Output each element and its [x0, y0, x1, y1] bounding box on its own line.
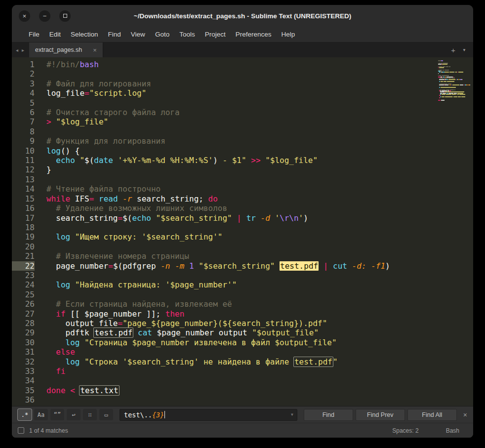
- code-token: "page_${page_number}(${search_string}).p…: [122, 319, 327, 328]
- code-token: [132, 194, 137, 204]
- code-line[interactable]: 34: [12, 376, 473, 385]
- code-line[interactable]: 4log_file="script.log": [12, 88, 473, 98]
- code-line[interactable]: 22 page_number=$(pdfgrep -n -m 1 "$searc…: [12, 261, 473, 271]
- code-line[interactable]: 33 fi: [12, 367, 473, 376]
- indent-status[interactable]: Spaces: 2: [392, 427, 418, 434]
- code-line[interactable]: 12}: [12, 165, 473, 174]
- code-line[interactable]: 30 log "Страница $page_number извлечена …: [12, 338, 473, 347]
- menu-selection[interactable]: Selection: [66, 28, 103, 41]
- code-token: do: [208, 194, 218, 204]
- highlight-matches-toggle[interactable]: ▭: [99, 409, 113, 420]
- line-number: 18: [12, 223, 35, 232]
- menu-tools[interactable]: Tools: [174, 28, 200, 41]
- find-history-dropdown-icon[interactable]: ▼: [291, 412, 293, 417]
- line-number: 19: [12, 232, 35, 242]
- code-token: [113, 156, 118, 165]
- tab-scroll-right-icon[interactable]: ▸: [22, 47, 24, 53]
- code-line[interactable]: 21 # Извлечение номера страницы: [12, 251, 473, 261]
- find-input[interactable]: test\..{3} ▼: [120, 409, 297, 421]
- find-button[interactable]: Find: [304, 409, 353, 421]
- code-line[interactable]: 20: [12, 242, 473, 251]
- line-number: 1: [12, 60, 35, 69]
- syntax-status[interactable]: Bash: [446, 427, 459, 434]
- in-selection-toggle[interactable]: ∷: [83, 409, 97, 420]
- menu-file[interactable]: File: [24, 28, 44, 41]
- line-text: echo "$(date '+%Y-%m-%d %H:%M:%S') - $1"…: [46, 156, 318, 165]
- line-number: 21: [12, 251, 35, 261]
- tab-close-icon[interactable]: ×: [93, 46, 97, 54]
- tab-scroll-left-icon[interactable]: ◂: [16, 47, 18, 53]
- code-line[interactable]: 29 pdftk test.pdf cat $page_number outpu…: [12, 328, 473, 337]
- sublime-text-window: × − ~/Downloads/test/extract_pages.sh - …: [12, 5, 473, 438]
- case-sensitive-toggle[interactable]: Aa: [34, 409, 48, 420]
- code-line[interactable]: 14# Чтение файла построчно: [12, 184, 473, 194]
- code-line[interactable]: 19 log "Ищем строку: '$search_string'": [12, 232, 473, 242]
- code-line[interactable]: 1#!/bin/bash: [12, 60, 473, 69]
- code-token: echo: [132, 213, 151, 223]
- code-line[interactable]: 8: [12, 127, 473, 136]
- menu-find[interactable]: Find: [103, 28, 126, 41]
- regex-toggle[interactable]: .*: [18, 409, 32, 420]
- code-line[interactable]: 7> "$log_file": [12, 117, 473, 126]
- code-line[interactable]: 11 echo "$(date '+%Y-%m-%d %H:%M:%S') - …: [12, 156, 473, 165]
- menu-project[interactable]: Project: [200, 28, 231, 41]
- code-token: [70, 280, 75, 289]
- maximize-window-button[interactable]: [59, 10, 71, 22]
- minimap-line: [438, 84, 471, 85]
- minimap[interactable]: [437, 59, 472, 103]
- code-line[interactable]: 9# Функция для логирования: [12, 136, 473, 146]
- code-line[interactable]: 25: [12, 290, 473, 299]
- new-tab-icon[interactable]: +: [451, 46, 455, 54]
- menu-view[interactable]: View: [126, 28, 150, 41]
- close-window-button[interactable]: ×: [19, 10, 30, 22]
- find-query-token: test\..: [124, 411, 152, 419]
- menu-preferences[interactable]: Preferences: [231, 28, 277, 41]
- whole-word-toggle[interactable]: “”: [50, 409, 64, 420]
- code-line[interactable]: 27 if [[ $page_number ]]; then: [12, 309, 473, 319]
- code-line[interactable]: 16 # Удаление возможных лишних символов: [12, 204, 473, 213]
- code-line[interactable]: 36: [12, 395, 473, 405]
- find-all-button[interactable]: Find All: [407, 409, 457, 421]
- find-bar: .*Aa“”↩∷▭ test\..{3} ▼ Find Find Prev Fi…: [12, 406, 473, 423]
- tab-extract-pages[interactable]: extract_pages.sh ×: [29, 42, 103, 57]
- code-line[interactable]: 26 # Если страница найдена, извлекаем её: [12, 299, 473, 309]
- status-right: Spaces: 2 Bash: [392, 427, 459, 434]
- menu-goto[interactable]: Goto: [150, 28, 174, 41]
- code-area[interactable]: 1#!/bin/bash2 3# Файл для логирования4lo…: [12, 60, 473, 405]
- menu-edit[interactable]: Edit: [44, 28, 66, 41]
- line-number: 11: [12, 156, 35, 165]
- code-line[interactable]: 6# Очистка старого файла лога: [12, 108, 473, 117]
- code-line[interactable]: 31 else: [12, 347, 473, 357]
- line-text: [46, 127, 51, 136]
- code-line[interactable]: 23: [12, 271, 473, 280]
- code-line[interactable]: 5: [12, 98, 473, 108]
- line-text: log "Ищем строку: '$search_string'": [46, 232, 222, 242]
- code-line[interactable]: 15while IFS= read -r search_string; do: [12, 194, 473, 204]
- find-panel-close-icon[interactable]: ×: [463, 411, 467, 419]
- code-token: <: [70, 386, 75, 395]
- menu-help[interactable]: Help: [277, 28, 300, 41]
- wrap-toggle[interactable]: ↩: [67, 409, 81, 420]
- code-line[interactable]: 2: [12, 69, 473, 79]
- tab-overflow-icon[interactable]: ▼: [462, 48, 466, 52]
- code-line[interactable]: 32 log "Строка '$search_string' не найде…: [12, 357, 473, 367]
- find-prev-button[interactable]: Find Prev: [356, 409, 405, 421]
- code-token: }: [46, 165, 51, 174]
- code-token: search_string: [46, 213, 118, 223]
- code-token: ): [213, 156, 218, 165]
- code-line[interactable]: 35done < test.txt: [12, 386, 473, 395]
- code-line[interactable]: 24 log "Найдена страница: '$page_number'…: [12, 280, 473, 289]
- code-editor[interactable]: 1#!/bin/bash2 3# Файл для логирования4lo…: [12, 57, 473, 406]
- line-text: pdftk test.pdf cat $page_number output "…: [46, 328, 319, 337]
- code-line[interactable]: 3# Файл для логирования: [12, 79, 473, 88]
- code-token: =: [89, 194, 94, 204]
- minimize-window-button[interactable]: −: [39, 10, 50, 22]
- code-line[interactable]: 18: [12, 223, 473, 232]
- code-line[interactable]: 13: [12, 175, 473, 184]
- panel-toggle-icon[interactable]: [18, 427, 24, 434]
- code-line[interactable]: 17 search_string=$(echo "$search_string"…: [12, 213, 473, 223]
- code-line[interactable]: 10log() {: [12, 146, 473, 156]
- code-token: "$output_file": [252, 328, 319, 337]
- code-token: "$log_file": [265, 156, 318, 165]
- code-line[interactable]: 28 output_file="page_${page_number}(${se…: [12, 319, 473, 328]
